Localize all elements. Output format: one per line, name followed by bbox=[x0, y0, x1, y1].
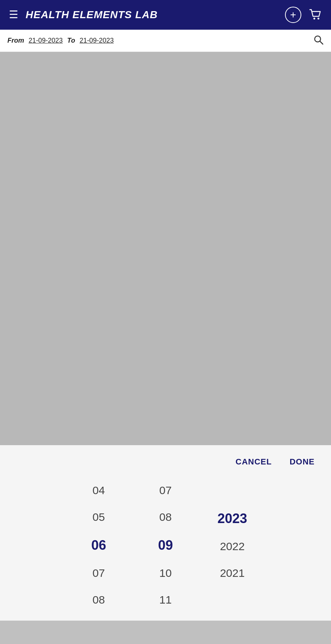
year-item-2023-selected[interactable]: 2023 bbox=[199, 504, 266, 533]
search-icon[interactable] bbox=[313, 34, 324, 47]
content-area bbox=[0, 52, 331, 445]
svg-point-1 bbox=[318, 18, 319, 20]
svg-point-2 bbox=[315, 36, 321, 42]
svg-point-0 bbox=[314, 18, 315, 20]
day-item-04[interactable]: 04 bbox=[65, 477, 132, 504]
to-date[interactable]: 21-09-2023 bbox=[79, 37, 114, 45]
month-item-07[interactable]: 07 bbox=[132, 477, 199, 504]
day-item-06-selected[interactable]: 06 bbox=[65, 530, 132, 560]
year-item-2022[interactable]: 2022 bbox=[199, 533, 266, 560]
day-item-07[interactable]: 07 bbox=[65, 560, 132, 586]
day-item-05[interactable]: 05 bbox=[65, 504, 132, 530]
cancel-button[interactable]: CANCEL bbox=[234, 454, 273, 470]
month-column: 07 08 09 10 11 bbox=[132, 477, 199, 613]
year-column: 2023 2022 2021 bbox=[199, 504, 266, 586]
year-item-2021[interactable]: 2021 bbox=[199, 560, 266, 586]
day-item-08[interactable]: 08 bbox=[65, 586, 132, 613]
done-button[interactable]: DONE bbox=[288, 454, 316, 470]
month-item-10[interactable]: 10 bbox=[132, 560, 199, 586]
date-picker-panel: CANCEL DONE 04 05 06 07 08 07 08 09 10 1… bbox=[0, 445, 331, 621]
header-left: ☰ HEALTH ELEMENTS LAB bbox=[9, 9, 158, 21]
month-item-08[interactable]: 08 bbox=[132, 504, 199, 530]
svg-line-3 bbox=[320, 41, 323, 44]
date-filter-bar: From 21-09-2023 To 21-09-2023 bbox=[0, 30, 331, 52]
from-label: From bbox=[7, 37, 24, 45]
add-icon[interactable]: + bbox=[285, 7, 301, 23]
month-item-11[interactable]: 11 bbox=[132, 586, 199, 613]
app-header: ☰ HEALTH ELEMENTS LAB + bbox=[0, 0, 331, 30]
header-right: + bbox=[285, 7, 322, 23]
month-item-09-selected[interactable]: 09 bbox=[132, 530, 199, 560]
to-label: To bbox=[67, 37, 75, 45]
from-date[interactable]: 21-09-2023 bbox=[29, 37, 63, 45]
day-column: 04 05 06 07 08 bbox=[65, 477, 132, 613]
picker-columns: 04 05 06 07 08 07 08 09 10 11 2023 2022 … bbox=[0, 473, 331, 621]
app-title: HEALTH ELEMENTS LAB bbox=[26, 9, 158, 21]
hamburger-icon[interactable]: ☰ bbox=[9, 10, 18, 20]
picker-actions: CANCEL DONE bbox=[0, 445, 331, 473]
cart-icon[interactable] bbox=[309, 8, 322, 22]
